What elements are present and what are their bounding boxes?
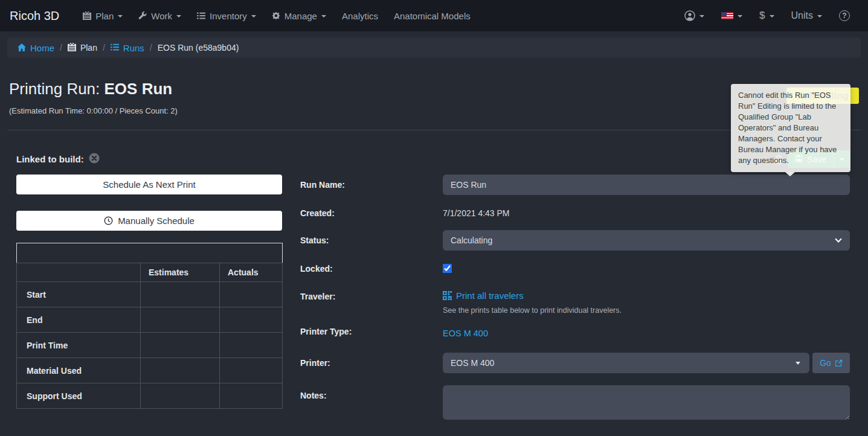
nav-analytics[interactable]: Analytics [342,11,378,21]
clock-icon [104,216,113,225]
table-header-actuals: Actuals [220,263,283,282]
user-circle-icon [684,10,695,21]
printer-type-link[interactable]: EOS M 400 [443,329,488,338]
top-navbar: Ricoh 3D Plan Work Inventory Manage Anal… [0,0,868,31]
table-row-start: Start [17,282,283,307]
nav-inventory-label: Inventory [210,11,247,21]
table-blank-cell [17,243,283,263]
form-row-status: Status: Calculating [300,230,850,251]
estimate-cell [141,383,220,409]
printer-select[interactable]: EOS M 400 [443,353,809,373]
unlink-icon[interactable] [89,153,100,165]
breadcrumb-home-label: Home [30,43,54,53]
calendar-icon [68,43,76,53]
form-row-printer: Printer: EOS M 400 Go [300,353,850,373]
page-title-name: EOS Run [104,80,173,98]
table-row-print-time: Print Time [17,333,283,358]
nav-anatomical-models-label: Anatomical Models [394,11,471,21]
actual-cell [220,358,283,383]
breadcrumb-current: EOS Run (e58a9b04) [158,43,239,53]
edit-restriction-tooltip: Cannot edit this Run "EOS Run" Editing i… [731,84,850,172]
breadcrumb-home[interactable]: Home [18,43,54,53]
list-icon [111,43,119,53]
brand-logo[interactable]: Ricoh 3D [10,9,59,23]
row-label: Material Used [17,358,141,383]
manually-schedule-label: Manually Schedule [118,216,194,226]
home-icon [18,43,26,53]
status-select[interactable]: Calculating [443,230,850,251]
table-header-estimates: Estimates [141,263,220,282]
notes-label: Notes: [300,385,443,400]
form-row-locked: Locked: [300,263,850,275]
chevron-down-icon [118,15,123,18]
linked-to-build: Linked to build: [16,153,100,165]
row-label: End [17,307,141,333]
breadcrumb-runs[interactable]: Runs [111,43,144,53]
row-label: Start [17,282,141,307]
wrench-icon [138,11,147,20]
chevron-down-icon [699,15,704,18]
print-all-travelers-link[interactable]: Print all travelers [443,290,524,301]
run-name-input[interactable] [443,175,850,195]
form-row-run-name: Run Name: [300,175,850,195]
nav-anatomical-models[interactable]: Anatomical Models [394,11,471,21]
nav-plan-label: Plan [95,11,114,21]
form-row-notes: Notes: [300,385,850,422]
language-menu[interactable] [721,12,742,19]
schedule-next-print-label: Schedule As Next Print [103,179,195,190]
run-form: Run Name: Created: 7/1/2021 4:43 PM Stat… [300,175,850,422]
schedule-next-print-button[interactable]: Schedule As Next Print [16,175,282,194]
estimate-cell [141,358,220,383]
breadcrumb-separator: / [103,43,105,53]
breadcrumb-separator: / [150,43,152,53]
printer-type-label: Printer Type: [300,325,443,336]
traveler-help-text: See the prints table below to print indi… [443,306,850,315]
user-menu[interactable] [684,10,704,21]
nav-work[interactable]: Work [138,11,181,21]
help-button[interactable]: ? [839,10,850,21]
chevron-down-icon [176,15,181,18]
chevron-down-icon [738,15,742,18]
actual-cell [220,333,283,358]
chevron-down-icon [817,15,822,18]
go-button-label: Go [820,358,831,368]
estimate-cell [141,333,220,358]
traveler-label: Traveler: [300,290,443,301]
row-label: Print Time [17,333,141,358]
actual-cell [220,307,283,333]
main-content: Schedule As Next Print Manually Schedule… [0,175,868,422]
form-row-traveler: Traveler: Print all travelers See the pr… [300,290,850,315]
gear-icon [272,11,280,20]
printer-go-button[interactable]: Go [812,353,850,373]
qr-code-icon [443,291,452,300]
locked-label: Locked: [300,263,443,274]
status-label: Status: [300,230,443,245]
actual-cell [220,383,283,409]
list-icon [197,11,205,20]
linked-to-build-label: Linked to build: [16,154,84,164]
nav-manage[interactable]: Manage [272,11,326,21]
breadcrumb: Home / Plan / Runs / EOS Run (e58a9b04) [7,37,861,58]
manually-schedule-button[interactable]: Manually Schedule [16,211,282,231]
units-menu[interactable]: Units [791,10,822,21]
print-all-travelers-label: Print all travelers [456,290,524,301]
breadcrumb-separator: / [60,43,62,53]
nav-inventory[interactable]: Inventory [197,11,256,21]
calendar-icon [83,11,91,20]
breadcrumb-plan[interactable]: Plan [68,43,97,53]
estimate-cell [141,282,220,307]
table-row-support-used: Support Used [17,383,283,409]
left-column: Schedule As Next Print Manually Schedule… [16,175,282,422]
table-row-material-used: Material Used [17,358,283,383]
nav-plan[interactable]: Plan [83,11,123,21]
notes-textarea[interactable] [443,385,850,420]
chevron-down-icon [251,15,256,18]
form-row-created: Created: 7/1/2021 4:43 PM [300,207,850,218]
currency-menu[interactable]: $ [759,10,774,22]
nav-manage-label: Manage [285,11,317,21]
table-header-row: Estimates Actuals [17,263,283,282]
locked-checkbox[interactable] [443,264,452,273]
page-title-prefix: Printing Run: [9,80,104,98]
chevron-down-icon [321,15,326,18]
currency-label: $ [759,10,765,22]
